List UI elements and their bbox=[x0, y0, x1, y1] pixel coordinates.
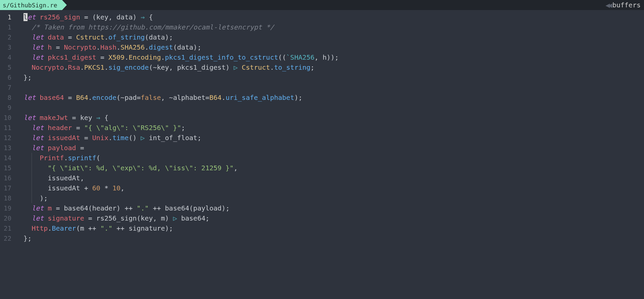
line-number: 19 bbox=[0, 203, 15, 213]
code-line[interactable]: 9 bbox=[0, 103, 644, 113]
code-line[interactable]: 7 bbox=[0, 82, 644, 93]
line-number: 11 bbox=[0, 123, 15, 133]
line-number: 1 bbox=[0, 12, 15, 22]
code-line[interactable]: 8 let base64 = B64.encode(~pad=false, ~a… bbox=[0, 93, 644, 103]
line-number: 4 bbox=[0, 52, 15, 62]
line-number: 12 bbox=[0, 133, 15, 143]
code-line[interactable]: 17 issuedAt + 60 * 10, bbox=[0, 183, 644, 193]
buffers-label: buffers bbox=[612, 1, 641, 9]
line-number: 15 bbox=[0, 163, 15, 173]
code-line[interactable]: 3 let h = Nocrypto.Hash.SHA256.digest(da… bbox=[0, 42, 644, 52]
line-number: 9 bbox=[0, 103, 15, 113]
line-number: 21 bbox=[0, 223, 15, 233]
code-line[interactable]: 19 let m = base64(header) ++ "." ++ base… bbox=[0, 203, 644, 213]
line-number: 20 bbox=[0, 213, 15, 223]
code-line[interactable]: 12 let issuedAt = Unix.time() ▷ int_of_f… bbox=[0, 133, 644, 143]
line-number: 16 bbox=[0, 173, 15, 183]
line-number: 2 bbox=[0, 32, 15, 42]
line-number: 18 bbox=[0, 193, 15, 203]
line-number: 17 bbox=[0, 183, 15, 193]
code-line[interactable]: 22 }; bbox=[0, 233, 644, 243]
line-number: 10 bbox=[0, 113, 15, 123]
code-line[interactable]: 1 let rs256_sign = (key, data) ⇒ { bbox=[0, 12, 644, 22]
code-line[interactable]: 16 issuedAt, bbox=[0, 173, 644, 183]
code-line[interactable]: 13 let payload = bbox=[0, 143, 644, 153]
file-tab-label: s/GithubSign.re bbox=[3, 2, 57, 9]
code-line[interactable]: 4 let pkcs1_digest = X509.Encoding.pkcs1… bbox=[0, 52, 644, 62]
tab-bar: s/GithubSign.re ◀◀ buffers bbox=[0, 0, 644, 10]
code-line[interactable]: 21 Http.Bearer(m ++ "." ++ signature); bbox=[0, 223, 644, 233]
code-line[interactable]: 20 let signature = rs256_sign(key, m) ▷ … bbox=[0, 213, 644, 223]
code-line[interactable]: 5 Nocrypto.Rsa.PKCS1.sig_encode(~key, pk… bbox=[0, 62, 644, 72]
line-number: 6 bbox=[0, 72, 15, 82]
code-line[interactable]: 11 let header = "{ \"alg\": \"RS256\" }"… bbox=[0, 123, 644, 133]
code-line[interactable]: 18 ); bbox=[0, 193, 644, 203]
editor-root: s/GithubSign.re ◀◀ buffers 1 let rs256_s… bbox=[0, 0, 644, 299]
line-number: 1 bbox=[0, 22, 15, 32]
code-line[interactable]: 15 "{ \"iat\": %d, \"exp\": %d, \"iss\":… bbox=[0, 163, 644, 173]
buffers-button[interactable]: ◀◀ buffers bbox=[605, 0, 644, 10]
code-line[interactable]: 1 /* Taken from https://github.com/mmake… bbox=[0, 22, 644, 32]
line-number: 7 bbox=[0, 82, 15, 93]
line-number: 14 bbox=[0, 153, 15, 163]
line-number: 13 bbox=[0, 143, 15, 153]
code-line[interactable]: 10 let makeJwt = key ⇒ { bbox=[0, 113, 644, 123]
code-line[interactable]: 6 }; bbox=[0, 72, 644, 82]
cursor: l bbox=[23, 13, 28, 21]
line-number: 3 bbox=[0, 42, 15, 52]
code-line[interactable]: 2 let data = Cstruct.of_string(data); bbox=[0, 32, 644, 42]
file-tab[interactable]: s/GithubSign.re bbox=[0, 0, 62, 10]
line-number: 8 bbox=[0, 93, 15, 103]
line-number: 22 bbox=[0, 233, 15, 243]
code-line[interactable]: 14 Printf.sprintf( bbox=[0, 153, 644, 163]
chevron-left-icon: ◀◀ bbox=[605, 1, 610, 9]
line-number: 5 bbox=[0, 62, 15, 72]
code-area[interactable]: 1 let rs256_sign = (key, data) ⇒ { 1 /* … bbox=[0, 10, 644, 299]
